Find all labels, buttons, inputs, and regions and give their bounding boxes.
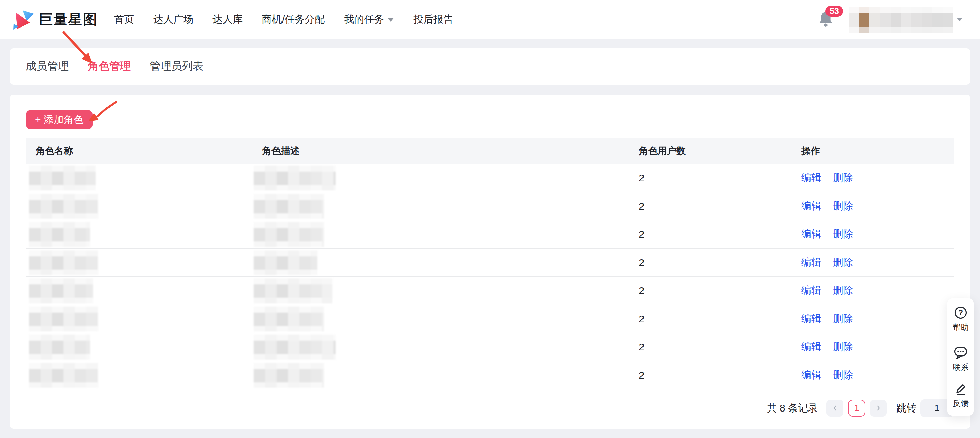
feedback-button[interactable]: 反馈 bbox=[953, 381, 969, 409]
role-user-count: 2 bbox=[639, 285, 644, 296]
column-header-role-desc: 角色描述 bbox=[253, 145, 629, 157]
edit-link[interactable]: 编辑 bbox=[801, 285, 821, 296]
edit-link[interactable]: 编辑 bbox=[801, 341, 821, 352]
notification-bell[interactable]: 53 bbox=[819, 11, 833, 29]
redacted-role-description bbox=[254, 335, 336, 360]
role-user-count: 2 bbox=[639, 370, 644, 381]
nav-item-home[interactable]: 首页 bbox=[114, 13, 134, 27]
redacted-role-description bbox=[254, 222, 324, 247]
redacted-role-description bbox=[254, 278, 332, 303]
tab-admin-list[interactable]: 管理员列表 bbox=[150, 59, 204, 74]
help-button[interactable]: ? 帮助 bbox=[953, 305, 969, 333]
contact-label: 联系 bbox=[953, 362, 969, 373]
delete-link[interactable]: 删除 bbox=[833, 256, 853, 268]
edit-link[interactable]: 编辑 bbox=[801, 200, 821, 211]
user-avatar-redacted[interactable] bbox=[849, 7, 953, 33]
top-navbar: 巨量星图 首页 达人广场 达人库 商机/任务分配 我的任务 投后报告 53 bbox=[0, 0, 980, 39]
role-user-count: 2 bbox=[639, 229, 644, 240]
redacted-role-name bbox=[29, 278, 93, 303]
role-user-count: 2 bbox=[639, 257, 644, 268]
chevron-down-icon bbox=[387, 18, 394, 22]
roles-table: 角色名称 角色描述 角色用户数 操作 2 编辑 删除 2 bbox=[26, 138, 954, 389]
column-header-role-name: 角色名称 bbox=[26, 145, 253, 157]
column-header-user-count: 角色用户数 bbox=[629, 145, 792, 157]
nav-item-task-assignment[interactable]: 商机/任务分配 bbox=[262, 13, 325, 27]
redacted-role-name bbox=[29, 194, 98, 219]
current-page-button[interactable]: 1 bbox=[848, 400, 865, 417]
prev-page-button[interactable] bbox=[827, 400, 843, 417]
redacted-role-description bbox=[254, 363, 324, 388]
nav-item-my-tasks[interactable]: 我的任务 bbox=[344, 13, 394, 27]
redacted-role-name bbox=[29, 307, 98, 331]
table-row: 2 编辑 删除 bbox=[26, 361, 954, 389]
table-row: 2 编辑 删除 bbox=[26, 192, 954, 220]
redacted-role-name bbox=[29, 166, 95, 191]
nav-item-post-report[interactable]: 投后报告 bbox=[413, 13, 453, 27]
role-management-panel: + 添加角色 角色名称 角色描述 角色用户数 操作 2 编辑 删除 bbox=[10, 95, 970, 428]
xingtu-role-management-page: { "brand": { "logo_text": "巨量星图" }, "nav… bbox=[0, 0, 980, 438]
delete-link[interactable]: 删除 bbox=[833, 172, 853, 183]
role-user-count: 2 bbox=[639, 313, 644, 324]
table-row: 2 编辑 删除 bbox=[26, 220, 954, 248]
delete-link[interactable]: 删除 bbox=[833, 285, 853, 296]
edit-link[interactable]: 编辑 bbox=[801, 256, 821, 268]
help-label: 帮助 bbox=[953, 322, 969, 333]
main-menu: 首页 达人广场 达人库 商机/任务分配 我的任务 投后报告 bbox=[114, 13, 453, 27]
user-menu-chevron-down-icon[interactable] bbox=[956, 18, 963, 21]
edit-link[interactable]: 编辑 bbox=[801, 313, 821, 324]
edit-link[interactable]: 编辑 bbox=[801, 369, 821, 380]
settings-tab-bar: 成员管理 角色管理 管理员列表 bbox=[10, 48, 970, 84]
tab-role-management[interactable]: 角色管理 bbox=[88, 59, 131, 74]
table-row: 2 编辑 删除 bbox=[26, 164, 954, 192]
floating-side-toolbar: ? 帮助 联系 反馈 bbox=[948, 298, 974, 416]
edit-link[interactable]: 编辑 bbox=[801, 172, 821, 183]
table-row: 2 编辑 删除 bbox=[26, 305, 954, 333]
brand-name: 巨量星图 bbox=[39, 10, 98, 29]
next-page-button[interactable] bbox=[870, 400, 887, 417]
help-icon: ? bbox=[953, 305, 968, 320]
redacted-role-description bbox=[254, 194, 324, 219]
delete-link[interactable]: 删除 bbox=[833, 228, 853, 239]
feedback-label: 反馈 bbox=[953, 398, 969, 409]
table-row: 2 编辑 删除 bbox=[26, 333, 954, 361]
pagination-bar: 共 8 条记录 1 跳转 1 bbox=[26, 400, 954, 417]
redacted-role-description bbox=[254, 250, 317, 275]
table-body: 2 编辑 删除 2 编辑 删除 2 编辑 bbox=[26, 164, 954, 389]
contact-button[interactable]: 联系 bbox=[953, 345, 969, 373]
contact-icon bbox=[953, 345, 968, 360]
chevron-right-icon bbox=[875, 405, 881, 411]
role-user-count: 2 bbox=[639, 172, 644, 183]
notification-badge: 53 bbox=[826, 6, 843, 17]
redacted-role-name bbox=[29, 363, 98, 388]
redacted-role-description bbox=[254, 166, 336, 191]
redacted-role-name bbox=[29, 335, 90, 360]
table-row: 2 编辑 删除 bbox=[26, 277, 954, 305]
edit-link[interactable]: 编辑 bbox=[801, 228, 821, 239]
role-user-count: 2 bbox=[639, 201, 644, 212]
brand-logo[interactable]: 巨量星图 bbox=[13, 10, 98, 30]
svg-text:?: ? bbox=[958, 308, 963, 317]
column-header-actions: 操作 bbox=[792, 145, 954, 157]
delete-link[interactable]: 删除 bbox=[833, 313, 853, 324]
feedback-icon bbox=[953, 381, 968, 396]
xingtu-logo-icon bbox=[13, 10, 34, 30]
table-row: 2 编辑 删除 bbox=[26, 248, 954, 277]
table-header-row: 角色名称 角色描述 角色用户数 操作 bbox=[26, 138, 954, 164]
redacted-role-description bbox=[254, 307, 324, 331]
delete-link[interactable]: 删除 bbox=[833, 200, 853, 211]
delete-link[interactable]: 删除 bbox=[833, 369, 853, 380]
tab-member-management[interactable]: 成员管理 bbox=[26, 59, 69, 74]
nav-item-creator-plaza[interactable]: 达人广场 bbox=[153, 13, 193, 27]
redacted-role-name bbox=[29, 250, 98, 275]
record-count-text: 共 8 条记录 bbox=[767, 401, 818, 415]
navbar-right: 53 bbox=[819, 7, 963, 33]
toolbar-divider bbox=[953, 339, 967, 339]
nav-item-creator-library[interactable]: 达人库 bbox=[213, 13, 243, 27]
chevron-left-icon bbox=[832, 405, 838, 411]
delete-link[interactable]: 删除 bbox=[833, 341, 853, 352]
add-role-button[interactable]: + 添加角色 bbox=[26, 110, 92, 129]
jump-to-label: 跳转 bbox=[896, 401, 916, 415]
redacted-role-name bbox=[29, 222, 90, 247]
role-user-count: 2 bbox=[639, 341, 644, 352]
